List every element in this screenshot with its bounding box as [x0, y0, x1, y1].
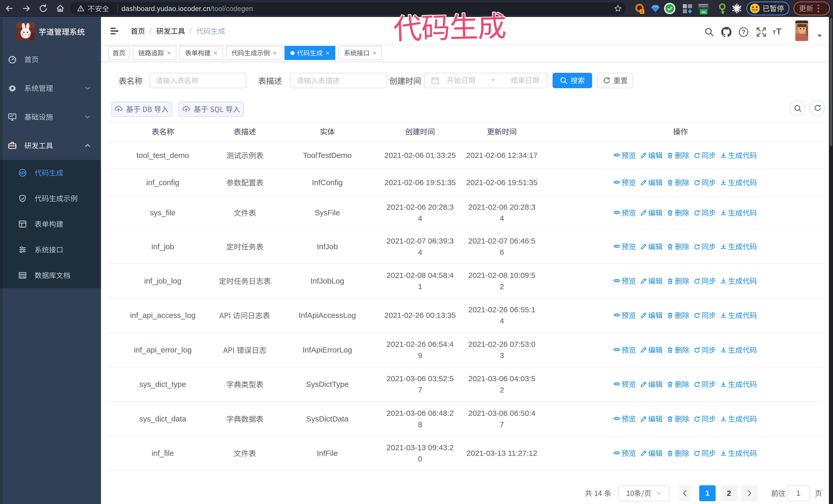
svg-text:on: on	[701, 10, 706, 14]
svg-text:?: ?	[742, 28, 745, 35]
svg-text:T: T	[772, 29, 776, 35]
svg-text:T: T	[776, 27, 782, 36]
svg-text:1: 1	[641, 9, 643, 14]
